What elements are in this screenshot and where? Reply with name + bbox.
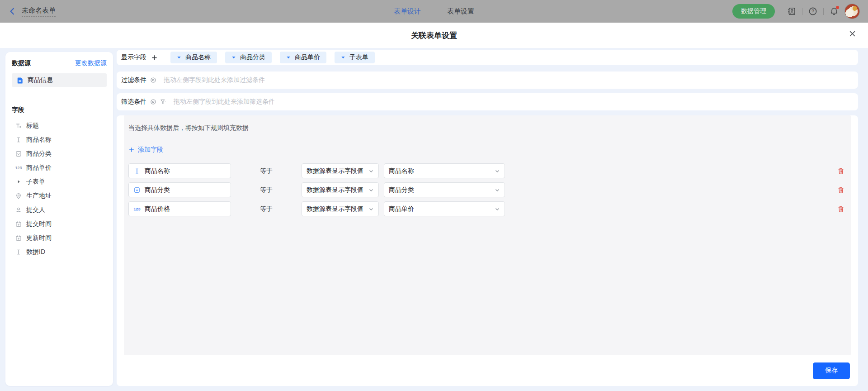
display-fields-row: 显示字段 商品名称 商品分类 商品单价 子表单 (117, 50, 858, 65)
caret-down-icon (177, 55, 181, 60)
add-field-button[interactable]: 添加字段 (128, 146, 163, 154)
help-circle-icon[interactable] (150, 99, 156, 105)
rule-field-selector[interactable]: 123 商品价格 (128, 201, 231, 216)
rule-field-label: 商品分类 (145, 186, 170, 194)
chevron-down-icon (368, 168, 374, 174)
rule-value-select[interactable]: 商品分类 (384, 182, 505, 197)
filter-funnel-icon[interactable] (160, 99, 166, 105)
display-tag-product-name[interactable]: 商品名称 (170, 52, 217, 63)
notifications-bell-icon[interactable] (830, 7, 839, 16)
field-item-data-id[interactable]: 数据ID (12, 245, 107, 259)
rule-source-value: 数据源表显示字段值 (307, 167, 363, 175)
rule-field-selector[interactable]: 商品名称 (128, 163, 231, 178)
field-item-submit-time[interactable]: 提交时间 (12, 217, 107, 231)
field-item-update-time[interactable]: 更新时间 (12, 231, 107, 245)
help-icon[interactable]: ? (808, 7, 817, 16)
display-fields-label: 显示字段 (121, 53, 146, 62)
field-item-subform[interactable]: 子表单 (12, 175, 107, 189)
field-item-product-name[interactable]: 商品名称 (12, 133, 107, 147)
caret-down-icon (286, 55, 291, 60)
chevron-down-icon (495, 187, 500, 193)
fill-rules-card: 当选择具体数据后，将按如下规则填充数据 添加字段 商品名称 (117, 115, 858, 386)
rules-hint: 当选择具体数据后，将按如下规则填充数据 (128, 124, 846, 132)
display-field-tags: 商品名称 商品分类 商品单价 子表单 (170, 52, 375, 63)
rule-row: 商品名称 等于 数据源表显示字段值 商品名称 (128, 163, 846, 178)
field-item-product-price[interactable]: 123 商品单价 (12, 161, 107, 175)
delete-rule-icon[interactable] (837, 167, 844, 175)
filter-condition-label: 过滤条件 (121, 76, 146, 84)
field-item-label: 更新时间 (26, 234, 52, 242)
datasource-sidebar: 数据源 更改数据源 商品信息 字段 标题 商品名称 (5, 52, 113, 386)
datasource-item-label: 商品信息 (28, 76, 53, 84)
tag-label: 商品分类 (240, 53, 265, 62)
rule-operator: 等于 (260, 167, 281, 175)
contacts-icon[interactable] (787, 7, 796, 16)
field-item-title[interactable]: 标题 (12, 119, 107, 133)
main-settings-area: 显示字段 商品名称 商品分类 商品单价 子表单 (117, 50, 858, 386)
tag-label: 商品单价 (295, 53, 320, 62)
title-icon (15, 123, 22, 129)
datasource-item[interactable]: 商品信息 (12, 73, 107, 87)
location-icon (15, 193, 22, 199)
tag-label: 子表单 (349, 53, 368, 62)
notification-badge (836, 6, 839, 9)
rule-value-select[interactable]: 商品名称 (384, 163, 505, 178)
avatar[interactable] (844, 4, 860, 19)
rule-source-select[interactable]: 数据源表显示字段值 (302, 182, 379, 197)
text-input-icon (133, 168, 141, 174)
field-list: 标题 商品名称 商品分类 123 商品单价 (12, 119, 107, 259)
display-tag-product-price[interactable]: 商品单价 (280, 52, 326, 63)
help-circle-icon[interactable] (150, 77, 156, 83)
field-item-label: 生产地址 (26, 192, 52, 200)
rules-list: 商品名称 等于 数据源表显示字段值 商品名称 (128, 163, 846, 216)
caret-down-icon (231, 55, 236, 60)
delete-rule-icon[interactable] (837, 205, 844, 213)
rule-row: 商品分类 等于 数据源表显示字段值 商品分类 (128, 182, 846, 197)
form-name[interactable]: 未命名表单 (22, 6, 56, 17)
save-button[interactable]: 保存 (813, 362, 850, 379)
caret-down-icon (341, 55, 345, 60)
expand-caret-icon[interactable] (15, 179, 22, 184)
add-display-field-icon[interactable] (151, 54, 158, 61)
rule-value: 商品分类 (389, 186, 414, 194)
field-item-product-category[interactable]: 商品分类 (12, 147, 107, 161)
tab-form-design[interactable]: 表单设计 (394, 7, 421, 16)
field-item-submitter[interactable]: 提交人 (12, 203, 107, 217)
field-item-label: 商品单价 (26, 164, 52, 172)
field-item-label: 提交人 (26, 206, 45, 214)
header-tabs: 表单设计 表单设置 (394, 7, 474, 16)
sift-condition-row: 筛选条件 拖动左侧字段到此处来添加筛选条件 (117, 93, 858, 110)
svg-text:?: ? (811, 9, 814, 14)
rule-source-value: 数据源表显示字段值 (307, 205, 363, 213)
tab-form-settings[interactable]: 表单设置 (447, 7, 474, 16)
form-document-icon (16, 77, 24, 84)
display-tag-subform[interactable]: 子表单 (335, 52, 375, 63)
delete-rule-icon[interactable] (837, 186, 844, 194)
field-item-label: 提交时间 (26, 220, 52, 228)
rule-field-label: 商品价格 (145, 205, 170, 213)
rule-source-value: 数据源表显示字段值 (307, 186, 363, 194)
change-datasource-link[interactable]: 更改数据源 (75, 59, 107, 67)
close-icon[interactable] (849, 30, 856, 38)
rule-source-select[interactable]: 数据源表显示字段值 (302, 201, 379, 216)
back-button[interactable] (8, 7, 16, 15)
filter-dropzone-placeholder[interactable]: 拖动左侧字段到此处来添加过滤条件 (164, 76, 265, 84)
rule-value-select[interactable]: 商品单价 (384, 201, 505, 216)
sift-dropzone-placeholder[interactable]: 拖动左侧字段到此处来添加筛选条件 (174, 98, 275, 106)
user-icon (15, 207, 22, 213)
related-form-settings-modal: 关联表单设置 数据源 更改数据源 商品信息 字段 标题 (0, 23, 868, 391)
top-header: 未命名表单 表单设计 表单设置 数据管理 ? (0, 0, 868, 23)
chevron-down-icon (495, 206, 500, 212)
chevron-down-icon (368, 206, 374, 212)
plus-icon (128, 147, 135, 153)
rule-source-select[interactable]: 数据源表显示字段值 (302, 163, 379, 178)
rule-value: 商品单价 (389, 205, 414, 213)
select-icon (15, 151, 22, 157)
rule-field-selector[interactable]: 商品分类 (128, 182, 231, 197)
data-manage-button[interactable]: 数据管理 (732, 4, 775, 19)
field-item-production-address[interactable]: 生产地址 (12, 189, 107, 203)
filter-condition-row: 过滤条件 拖动左侧字段到此处来添加过滤条件 (117, 72, 858, 89)
field-item-label: 子表单 (26, 178, 45, 186)
fields-title: 字段 (12, 106, 107, 114)
display-tag-product-category[interactable]: 商品分类 (225, 52, 272, 63)
